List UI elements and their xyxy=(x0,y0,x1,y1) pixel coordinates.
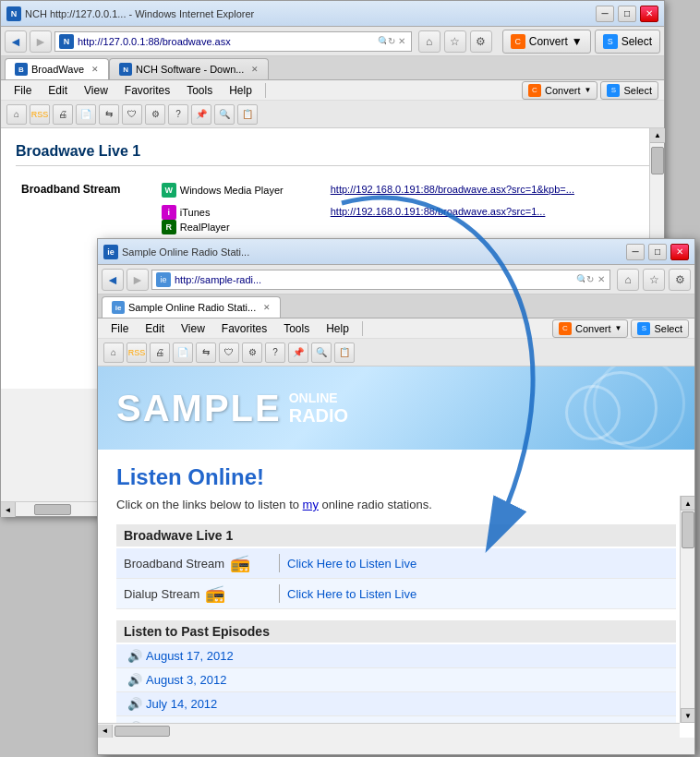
front-maximize-btn[interactable]: □ xyxy=(648,244,667,260)
back-tb-page[interactable]: 📄 xyxy=(76,104,96,125)
front-menubar: File Edit View Favorites Tools Help C Co… xyxy=(98,318,694,339)
front-minimize-btn[interactable]: ─ xyxy=(626,244,645,260)
front-home-btn[interactable]: ⌂ xyxy=(617,269,639,291)
front-stop-icon[interactable]: ✕ xyxy=(597,274,606,284)
back-tab-nch-close[interactable]: ✕ xyxy=(251,65,259,74)
back-tb-zoom[interactable]: 🔍 xyxy=(214,104,235,125)
back-maximize-btn[interactable]: □ xyxy=(618,6,636,22)
front-tb-print[interactable]: 🖨 xyxy=(150,342,170,363)
back-tb-print[interactable]: 🖨 xyxy=(53,104,73,125)
front-tools-btn[interactable]: ⚙ xyxy=(669,269,691,291)
front-refresh-icon[interactable]: ↻ xyxy=(586,274,595,284)
back-tb-help[interactable]: ? xyxy=(168,104,188,125)
past-row-1: 🔊 August 3, 2012 xyxy=(116,668,676,692)
back-refresh-icon[interactable]: ↻ xyxy=(388,36,396,46)
back-menu-tools[interactable]: Tools xyxy=(179,82,220,99)
front-tb-help[interactable]: ? xyxy=(265,342,285,363)
front-tb-extra[interactable]: 📋 xyxy=(334,342,355,363)
back-home-btn[interactable]: ⌂ xyxy=(418,30,441,53)
back-scroll-left[interactable]: ◄ xyxy=(1,502,16,517)
front-scroll-down[interactable]: ▼ xyxy=(681,708,694,723)
front-menu-tools[interactable]: Tools xyxy=(276,320,317,337)
past-episode-1-link[interactable]: August 3, 2012 xyxy=(146,673,226,687)
back-menu-convert-btn[interactable]: C Convert ▼ xyxy=(522,81,597,100)
front-back-btn[interactable]: ◄ xyxy=(102,269,124,291)
front-tb-home[interactable]: ⌂ xyxy=(103,342,124,363)
front-menu-convert-btn[interactable]: C Convert ▼ xyxy=(552,319,628,338)
listen-my-link[interactable]: my xyxy=(303,498,319,511)
front-scroll-left[interactable]: ◄ xyxy=(98,725,113,738)
front-tb-tools2[interactable]: ⚙ xyxy=(242,342,262,363)
back-tb-tools2[interactable]: ⚙ xyxy=(145,104,165,125)
front-tb-rss[interactable]: RSS xyxy=(127,342,147,363)
front-tb-arrows[interactable]: ⇆ xyxy=(196,342,216,363)
back-menu-select-btn[interactable]: S Select xyxy=(600,81,658,100)
back-wmp-link[interactable]: http://192.168.0.191:88/broadwave.asx?sr… xyxy=(331,184,574,195)
dialup-listen-link[interactable]: Click Here to Listen Live xyxy=(287,587,416,601)
past-episode-0-link[interactable]: August 17, 2012 xyxy=(146,649,234,663)
back-scroll-up[interactable]: ▲ xyxy=(650,128,665,143)
back-back-btn[interactable]: ◄ xyxy=(5,30,27,53)
back-itunes-link[interactable]: http://192.168.0.191:88/broadwave.asx?sr… xyxy=(331,206,546,217)
back-stop-icon[interactable]: ✕ xyxy=(398,36,406,46)
front-scroll-thumb[interactable] xyxy=(682,511,694,548)
back-address-bar[interactable]: N http://127.0.0.1:88/broadwave.asx 🔍 ↻ … xyxy=(54,31,412,52)
back-tb-rss[interactable]: RSS xyxy=(30,104,50,125)
back-menu-favorites[interactable]: Favorites xyxy=(117,82,177,99)
back-tb-home[interactable]: ⌂ xyxy=(6,104,27,125)
front-star-btn[interactable]: ☆ xyxy=(643,269,665,291)
front-menu-select-btn[interactable]: S Select xyxy=(631,319,689,338)
front-tb-pin[interactable]: 📌 xyxy=(288,342,308,363)
back-tab-nch-icon: N xyxy=(119,63,132,76)
front-tb-page[interactable]: 📄 xyxy=(173,342,193,363)
front-hscroll-thumb[interactable] xyxy=(115,726,170,737)
back-tb-pin[interactable]: 📌 xyxy=(191,104,211,125)
front-menu-convert-icon: C xyxy=(559,322,572,335)
back-minimize-btn[interactable]: ─ xyxy=(596,6,614,22)
back-menu-view[interactable]: View xyxy=(77,82,115,99)
front-menu-view[interactable]: View xyxy=(174,320,212,337)
front-tab-radio[interactable]: ie Sample Online Radio Stati... ✕ xyxy=(102,296,281,318)
back-menu-help[interactable]: Help xyxy=(222,82,259,99)
back-tab-nch[interactable]: N NCH Software - Down... ✕ xyxy=(109,58,269,79)
front-menu-help[interactable]: Help xyxy=(319,320,356,337)
back-forward-btn[interactable]: ► xyxy=(30,30,52,53)
radio-header: SAMPLE ONLINE RADIO xyxy=(98,366,694,450)
front-menu-favorites[interactable]: Favorites xyxy=(214,320,274,337)
back-address-controls: 🔍 ↻ ✕ xyxy=(378,36,407,46)
broadband-listen-link[interactable]: Click Here to Listen Live xyxy=(287,557,416,571)
back-tb-shield[interactable]: 🛡 xyxy=(122,104,142,125)
back-star-btn[interactable]: ☆ xyxy=(444,30,466,53)
front-menu-file[interactable]: File xyxy=(103,320,136,337)
front-close-btn[interactable]: ✕ xyxy=(670,244,689,260)
deco-circle-3 xyxy=(593,366,685,450)
back-select-btn[interactable]: S Select xyxy=(595,30,660,54)
back-hscroll-thumb[interactable] xyxy=(34,504,71,515)
back-tab-broadwave[interactable]: B BroadWave ✕ xyxy=(5,58,109,79)
front-tb-zoom[interactable]: 🔍 xyxy=(311,342,332,363)
past-episode-2-link[interactable]: July 14, 2012 xyxy=(146,697,217,711)
back-menu-edit[interactable]: Edit xyxy=(41,82,75,99)
back-convert-btn[interactable]: C Convert ▼ xyxy=(502,30,591,54)
back-menu-file[interactable]: File xyxy=(6,82,39,99)
front-scroll-up[interactable]: ▲ xyxy=(681,496,694,511)
front-tb-shield[interactable]: 🛡 xyxy=(219,342,239,363)
back-wmp-label: Windows Media Player xyxy=(180,185,284,196)
front-convert-text: Convert xyxy=(575,323,611,334)
dialup-stream-name-cell: Dialup Stream 📻 xyxy=(124,583,272,604)
front-scrollbar-h: ◄ xyxy=(98,723,680,738)
front-address-controls: 🔍 ↻ ✕ xyxy=(576,274,606,284)
front-address-bar[interactable]: ie http://sample-radi... 🔍 ↻ ✕ xyxy=(151,270,610,290)
back-close-btn[interactable]: ✕ xyxy=(640,6,658,22)
back-scroll-thumb[interactable] xyxy=(651,147,664,174)
back-realplayer-icon: R xyxy=(162,220,176,234)
back-tab-broadwave-close[interactable]: ✕ xyxy=(91,65,99,74)
front-tab-radio-close[interactable]: ✕ xyxy=(263,303,271,312)
back-tools-btn[interactable]: ⚙ xyxy=(470,30,492,53)
back-tb-extra[interactable]: 📋 xyxy=(237,104,258,125)
front-menu-edit[interactable]: Edit xyxy=(138,320,172,337)
front-search-icon[interactable]: 🔍 xyxy=(576,274,585,284)
front-forward-btn[interactable]: ► xyxy=(127,269,149,291)
back-tb-arrows[interactable]: ⇆ xyxy=(99,104,119,125)
past-title: Listen to Past Episodes xyxy=(116,620,676,643)
